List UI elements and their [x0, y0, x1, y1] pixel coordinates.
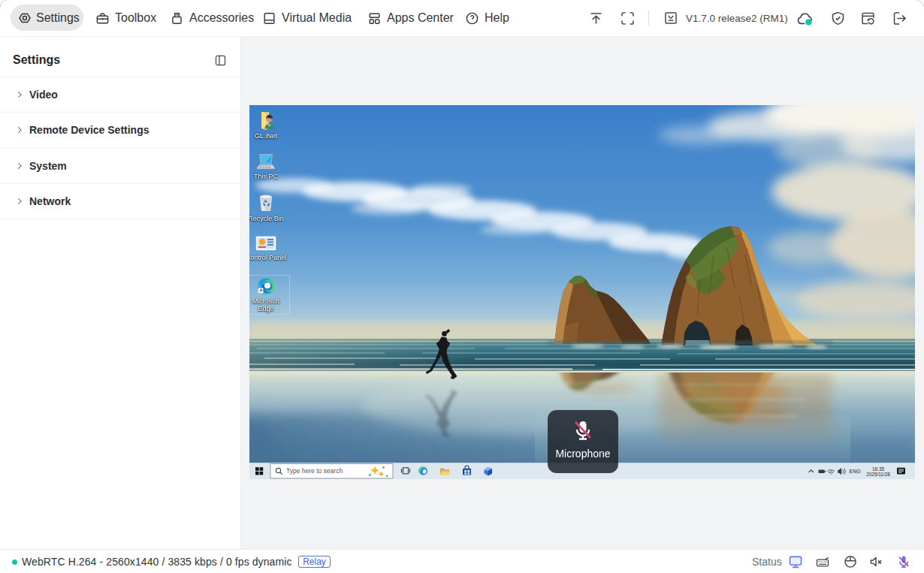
svg-text:ENG: ENG — [850, 469, 861, 474]
svg-text:2025/11/28: 2025/11/28 — [866, 472, 890, 477]
svg-text:16:35: 16:35 — [872, 466, 884, 472]
svg-text:Type here to search: Type here to search — [286, 467, 343, 475]
